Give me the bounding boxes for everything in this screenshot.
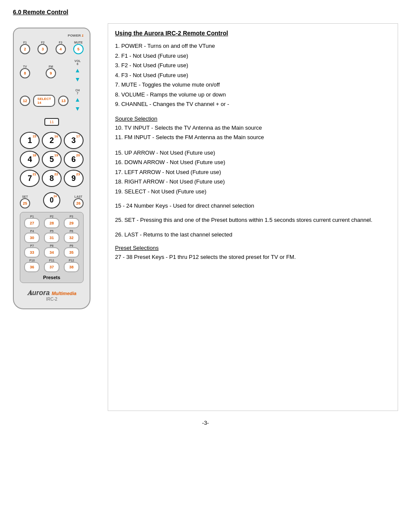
p2-button[interactable]: 28 (44, 218, 59, 228)
p8-label: P8 (50, 244, 54, 247)
f1-button[interactable]: 2 (20, 44, 30, 54)
num6-button[interactable]: 620 (64, 151, 84, 168)
select-btn-group: SELECT14 (33, 95, 56, 107)
set-label: SET (22, 195, 28, 198)
f2-button[interactable]: 3 (37, 44, 48, 54)
select-row: 12 SELECT14 13 CH7 (20, 89, 84, 113)
num4-cell: 418 (20, 151, 40, 168)
presets-title: Presets (23, 275, 81, 280)
num7-button[interactable]: 721 (20, 170, 40, 187)
aurora-logo: 𝐀urora Multimedia (27, 289, 77, 297)
fn-row: F1 2 F2 3 F3 4 MUTE 5 (20, 41, 84, 54)
source-selection-block: Source Selection 10. TV INPUT - Selects … (115, 115, 391, 142)
ch-label: CH7 (75, 89, 80, 95)
power-num: 1 (82, 34, 84, 37)
list-item: 2. F1 - Not Used (Future use) (115, 52, 391, 60)
aurora-section: 𝐀urora Multimedia IRC-2 (27, 289, 77, 302)
list-item: 3. F2 - Not Used (Future use) (115, 61, 391, 70)
list-item: 10. TV INPUT - Selects the TV Antenna as… (115, 124, 391, 132)
tv-btn-group: TV 8 (20, 65, 30, 78)
num1-button[interactable]: 115 (20, 132, 40, 149)
num3-cell: 317 (63, 132, 84, 149)
last-button[interactable]: 26 (73, 198, 84, 208)
last-text: 26. LAST - Returns to the last channel s… (115, 231, 391, 238)
list-item: 9. CHANNEL - Changes the TV channel + or… (115, 100, 391, 109)
num2-cell: 216 (42, 132, 62, 149)
select-button[interactable]: SELECT14 (33, 95, 56, 107)
mute-button[interactable]: 5 (73, 44, 84, 54)
num0-button[interactable]: 024 (43, 192, 60, 208)
power-label: POWER (68, 34, 81, 37)
p7-button[interactable]: 33 (24, 247, 40, 258)
num11-button[interactable]: 11 (44, 118, 59, 126)
p7-group: P7 33 (23, 244, 41, 258)
list-item: 11. FM INPUT - Selects the FM Antenna as… (115, 133, 391, 142)
p9-button[interactable]: 35 (64, 247, 79, 258)
fm-button[interactable]: 9 (46, 68, 56, 78)
remote-container: POWER 1 F1 2 F2 3 F3 4 MUTE (13, 28, 99, 309)
preset-section: P1 27 P2 28 P3 29 P4 30 (20, 212, 84, 283)
last-block: 26. LAST - Returns to the last channel s… (115, 231, 391, 238)
num9-cell: 923 (63, 170, 84, 187)
num13-button[interactable]: 13 (58, 96, 68, 106)
p3-button[interactable]: 29 (64, 218, 79, 228)
vol-col: VOL6 (72, 59, 84, 84)
num9-button[interactable]: 923 (64, 170, 84, 187)
section-title: 6.0 Remote Control (13, 9, 398, 16)
p12-button[interactable]: 38 (64, 262, 79, 272)
p2-group: P2 28 (43, 215, 61, 228)
p4-button[interactable]: 30 (24, 233, 40, 243)
vol-ch-section: TV 8 FM 9 VOL6 (20, 59, 84, 84)
source-heading: Source Selection (115, 115, 391, 122)
preset-grid: P1 27 P2 28 P3 29 P4 30 (23, 215, 81, 272)
num11-section: 11 (20, 118, 84, 126)
num3-button[interactable]: 317 (64, 132, 84, 149)
p5-button[interactable]: 31 (44, 233, 59, 243)
p12-group: P12 38 (62, 259, 81, 272)
p1-button[interactable]: 27 (24, 218, 40, 228)
vol-label: VOL6 (75, 59, 81, 65)
p8-button[interactable]: 34 (44, 247, 59, 258)
p4-group: P4 30 (23, 230, 41, 243)
f3-button[interactable]: 4 (56, 44, 66, 54)
vol-down-button[interactable] (72, 75, 84, 84)
p11-button[interactable]: 37 (44, 262, 59, 272)
ch-up-button[interactable] (72, 95, 84, 104)
preset-text: 27 - 38 Preset Keys - P1 thru P12 select… (115, 253, 391, 261)
page-footer: -3- (13, 420, 398, 426)
set-block: 25. SET - Pressing this and one of the P… (115, 216, 391, 224)
p5-label: P5 (50, 230, 54, 233)
footer-text: -3- (202, 420, 209, 426)
source-list: 10. TV INPUT - Selects the TV Antenna as… (115, 124, 391, 142)
tv-button[interactable]: 8 (20, 68, 30, 78)
num2-button[interactable]: 216 (42, 132, 62, 149)
num12-button[interactable]: 12 (20, 96, 30, 106)
num5-cell: 519 (42, 151, 62, 168)
last-label: LAST (75, 195, 82, 198)
num5-button[interactable]: 519 (42, 151, 62, 168)
main-layout: POWER 1 F1 2 F2 3 F3 4 MUTE (13, 23, 398, 411)
p6-button[interactable]: 32 (64, 233, 79, 243)
p10-group: P10 36 (23, 259, 41, 272)
list-item: 15. UP ARROW - Not Used (Future use) (115, 149, 391, 157)
f2-btn-group: F2 3 (37, 41, 48, 54)
aurora-model: IRC-2 (27, 297, 77, 302)
p4-label: P4 (30, 230, 34, 233)
power-row: POWER 1 (20, 34, 84, 37)
vol-up-button[interactable] (72, 66, 84, 75)
p6-label: P6 (69, 230, 73, 233)
ch-down-button[interactable] (72, 104, 84, 113)
num4-button[interactable]: 418 (20, 151, 40, 168)
arrow-list: 15. UP ARROW - Not Used (Future use) 16.… (115, 149, 391, 196)
f1-btn-group: F1 2 (20, 41, 30, 54)
number-grid: 115 216 317 418 519 620 721 (20, 132, 84, 187)
p5-group: P5 31 (43, 230, 61, 243)
p10-button[interactable]: 36 (24, 262, 40, 272)
general-list: 1. POWER - Turns on and off the VTune 2.… (115, 42, 391, 109)
list-item: 1. POWER - Turns on and off the VTune (115, 42, 391, 50)
ch-col: CH7 (72, 89, 84, 113)
p11-group: P11 37 (43, 259, 61, 272)
set-button[interactable]: 25 (20, 198, 30, 208)
num8-button[interactable]: 822 (42, 170, 62, 187)
panel-title: Using the Aurora IRC-2 Remote Control (115, 30, 391, 37)
